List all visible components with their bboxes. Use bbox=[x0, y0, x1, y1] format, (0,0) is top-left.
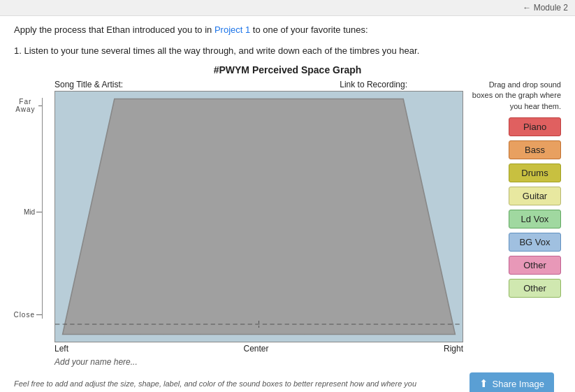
main-content: Apply the process that Ethan introduced … bbox=[0, 16, 575, 392]
bottom-dashed-line bbox=[55, 321, 463, 342]
intro-text-after: to one of your favorite tunes: bbox=[250, 24, 367, 35]
close-tick-mark bbox=[36, 314, 42, 315]
numbered-instruction: 1. Listen to your tune several times all… bbox=[14, 44, 561, 58]
graph-wrapper: Song Title & Artist: Link to Recording: … bbox=[14, 80, 561, 367]
footer-row: Feel free to add and adjust the size, sh… bbox=[14, 372, 561, 392]
svg-marker-0 bbox=[63, 99, 456, 335]
close-tick: Close bbox=[13, 311, 42, 319]
y-label-column: Far Away Mid Close bbox=[14, 91, 42, 342]
right-label: Right bbox=[444, 344, 463, 354]
song-label: Song Title & Artist: bbox=[54, 80, 123, 89]
sound-box-bass-1[interactable]: Bass bbox=[509, 140, 561, 159]
graph-top-labels: Song Title & Artist: Link to Recording: bbox=[14, 80, 463, 89]
add-name-area: Add your name here... bbox=[14, 356, 463, 367]
y-axis-line bbox=[42, 98, 43, 319]
far-away-label: Far Away bbox=[14, 98, 37, 113]
x-axis-labels: Left Center Right bbox=[14, 344, 463, 354]
module-nav-label: ← Module 2 bbox=[523, 3, 568, 13]
drag-instruction: Drag and drop sound boxes on the graph w… bbox=[470, 80, 561, 112]
sound-boxes-container: PianoBassDrumsGuitarLd VoxBG VoxOtherOth… bbox=[509, 117, 561, 302]
graph-row: Far Away Mid Close bbox=[14, 91, 463, 342]
graph-title: #PWYM Perceived Space Graph bbox=[14, 64, 561, 75]
sound-box-other-6[interactable]: Other bbox=[509, 256, 561, 275]
intro-paragraph: Apply the process that Ethan introduced … bbox=[14, 23, 561, 37]
intro-text-before: Apply the process that Ethan introduced … bbox=[14, 24, 214, 35]
sound-box-other-7[interactable]: Other bbox=[509, 279, 561, 298]
mid-label: Mid bbox=[24, 208, 35, 216]
close-label: Close bbox=[13, 311, 35, 319]
trapezoid-svg bbox=[55, 92, 463, 342]
instruction-text: Listen to your tune several times all th… bbox=[24, 45, 419, 56]
recording-label: Link to Recording: bbox=[340, 80, 407, 89]
graph-canvas[interactable] bbox=[54, 91, 463, 342]
graph-left-side: Song Title & Artist: Link to Recording: … bbox=[14, 80, 463, 367]
sidebar: Drag and drop sound boxes on the graph w… bbox=[463, 80, 561, 367]
sound-box-guitar-3[interactable]: Guitar bbox=[509, 187, 561, 205]
mid-tick-mark bbox=[36, 212, 42, 212]
instruction-number: 1. bbox=[14, 45, 22, 56]
sound-box-piano-0[interactable]: Piano bbox=[509, 117, 561, 136]
project1-link[interactable]: Project 1 bbox=[214, 24, 250, 35]
y-axis: Far Away Mid Close bbox=[14, 91, 54, 342]
add-name-text: Add your name here... bbox=[54, 357, 138, 367]
center-label: Center bbox=[243, 344, 268, 354]
footer-note: Feel free to add and adjust the size, sh… bbox=[14, 378, 433, 392]
far-away-tick: Far Away bbox=[14, 98, 42, 113]
share-icon: ⬆ bbox=[479, 377, 488, 390]
mid-tick: Mid bbox=[24, 208, 42, 216]
share-button-label: Share Image bbox=[493, 379, 544, 389]
sound-box-ld-vox-4[interactable]: Ld Vox bbox=[509, 210, 561, 228]
share-image-button[interactable]: ⬆ Share Image bbox=[470, 372, 554, 392]
sound-box-bg-vox-5[interactable]: BG Vox bbox=[509, 233, 561, 252]
left-label: Left bbox=[54, 344, 68, 354]
top-bar: ← Module 2 bbox=[0, 0, 575, 16]
sound-box-drums-2[interactable]: Drums bbox=[509, 164, 561, 182]
